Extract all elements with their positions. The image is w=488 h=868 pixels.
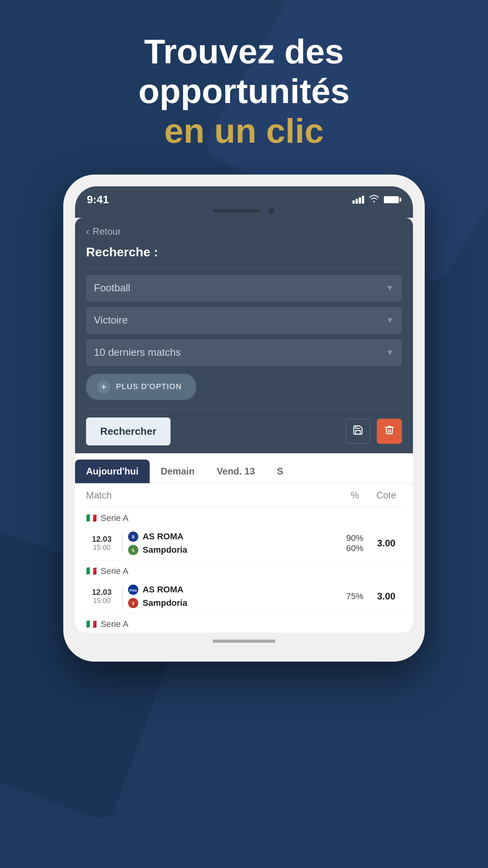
table-row[interactable]: 12.03 15:00 PSG: [83, 579, 405, 614]
tab-saturday[interactable]: S: [266, 460, 294, 483]
italy-flag-2: 🇮🇹: [86, 566, 97, 576]
more-options-label: PLUS D'OPTION: [116, 382, 182, 391]
match-pct-2: 75%: [339, 591, 371, 601]
action-divider: [86, 409, 402, 410]
battery-icon: [384, 196, 401, 203]
result-dropdown-arrow-icon: ▼: [385, 315, 394, 326]
matches-dropdown[interactable]: 10 derniers matchs ▼: [86, 339, 402, 366]
hero-section: Trouvez des opportunités en un clic: [115, 31, 373, 151]
status-time: 9:41: [87, 193, 109, 206]
delete-button[interactable]: [377, 419, 402, 444]
svg-text:S: S: [132, 601, 135, 606]
table-row[interactable]: 12.03 15:00 R: [83, 526, 405, 561]
match-teams-1: R AS ROMA S: [128, 531, 339, 555]
italy-flag-1: 🇮🇹: [86, 513, 97, 523]
sport-dropdown-arrow-icon: ▼: [385, 283, 394, 293]
hero-line3: en un clic: [138, 111, 350, 151]
tabs-row: Aujourd'hui Demain Vend. 13 S: [75, 453, 413, 484]
tab-tomorrow[interactable]: Demain: [150, 460, 206, 483]
sport-dropdown-value: Football: [94, 282, 130, 294]
phone-screen: ‹ Retour Recherche : Football ▼ Victoire…: [75, 218, 413, 633]
match-v-divider-1: [122, 533, 123, 553]
svg-text:S: S: [132, 548, 135, 553]
svg-text:R: R: [132, 535, 135, 539]
team-logo-sampdoria-1: S: [128, 544, 139, 555]
save-button[interactable]: [345, 419, 371, 444]
action-row: Rechercher: [86, 417, 402, 445]
team-logo-psg: PSG: [128, 584, 139, 595]
league-name-3: Serie A: [101, 619, 128, 629]
team-row-home-1: R AS ROMA: [128, 531, 339, 542]
league-row-2: 🇮🇹 Serie A: [83, 561, 405, 579]
signal-icon: [352, 196, 364, 204]
match-date-1: 12.03 15:00: [86, 535, 117, 552]
league-row-3: 🇮🇹 Serie A: [83, 614, 405, 633]
match-cote-2: 3.00: [371, 591, 402, 602]
match-table: Match % Cote 🇮🇹 Serie A 12.03 15:00: [75, 484, 413, 633]
tab-today[interactable]: Aujourd'hui: [75, 460, 150, 483]
matches-dropdown-value: 10 derniers matchs: [94, 346, 181, 359]
more-options-button[interactable]: + PLUS D'OPTION: [86, 374, 196, 400]
status-icons: [352, 195, 401, 205]
col-pct-label: %: [339, 490, 371, 501]
trash-icon: [384, 425, 395, 438]
team-name-away-1: Sampdoria: [143, 545, 187, 555]
svg-text:PSG: PSG: [129, 588, 137, 592]
table-header: Match % Cote: [83, 484, 405, 508]
result-dropdown[interactable]: Victoire ▼: [86, 307, 402, 334]
team-logo-rennes: S: [128, 598, 139, 609]
match-pct-1: 90% 60%: [339, 533, 371, 554]
search-button[interactable]: Rechercher: [86, 417, 171, 445]
back-link[interactable]: ‹ Retour: [86, 226, 402, 238]
wifi-icon: [369, 195, 379, 205]
italy-flag-3: 🇮🇹: [86, 619, 97, 629]
team-row-away-2: S Sampdoria: [128, 598, 339, 609]
back-arrow-icon: ‹: [86, 226, 90, 238]
col-match-label: Match: [86, 490, 339, 501]
phone-content: ‹ Retour Recherche : Football ▼ Victoire…: [75, 218, 413, 453]
team-name-away-2: Sampdoria: [143, 598, 187, 608]
league-name-1: Serie A: [101, 513, 128, 523]
back-label: Retour: [93, 226, 121, 237]
team-logo-asroma-1: R: [128, 531, 139, 542]
tabs-section: Aujourd'hui Demain Vend. 13 S Match: [75, 453, 413, 633]
team-row-home-2: PSG AS ROMA: [128, 584, 339, 595]
team-row-away-1: S Sampdoria: [128, 544, 339, 555]
match-cote-1: 3.00: [371, 538, 402, 549]
team-name-home-1: AS ROMA: [143, 531, 183, 542]
top-divider: [86, 267, 402, 268]
hero-line1: Trouvez des: [144, 32, 344, 71]
search-label: Recherche :: [86, 245, 402, 259]
result-dropdown-value: Victoire: [94, 314, 128, 326]
match-date-2: 12.03 15:00: [86, 588, 117, 605]
match-teams-2: PSG AS ROMA S: [128, 584, 339, 609]
tab-friday[interactable]: Vend. 13: [205, 460, 266, 483]
match-v-divider-2: [122, 587, 123, 606]
league-row-1: 🇮🇹 Serie A: [83, 508, 405, 526]
save-icon: [352, 425, 363, 438]
plus-icon: +: [97, 380, 110, 394]
league-name-2: Serie A: [101, 566, 128, 576]
team-name-home-2: AS ROMA: [143, 585, 183, 595]
sport-dropdown[interactable]: Football ▼: [86, 275, 402, 302]
matches-dropdown-arrow-icon: ▼: [385, 348, 394, 358]
col-cote-label: Cote: [371, 490, 402, 501]
phone-mockup: 9:41: [63, 175, 425, 662]
hero-line2: opportunités: [138, 72, 350, 110]
